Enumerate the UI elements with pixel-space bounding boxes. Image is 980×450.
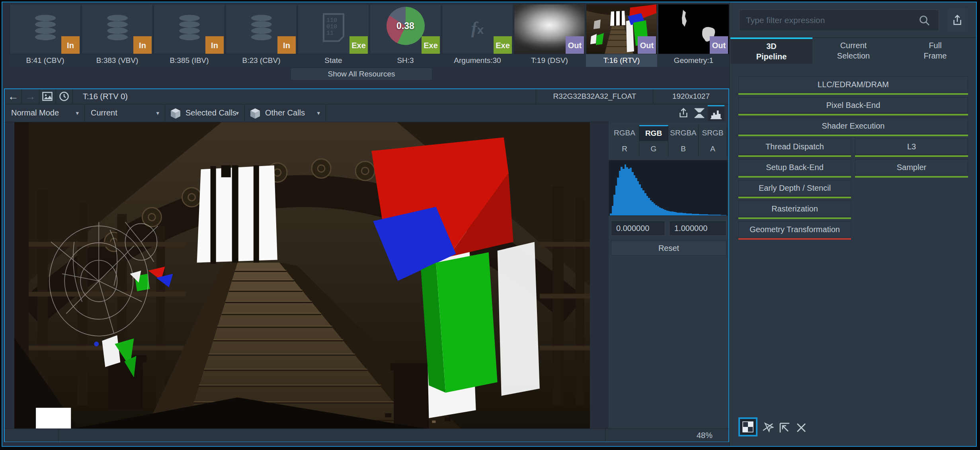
buffer-dropdown-value: Current	[91, 104, 117, 121]
pipeline-status-underline	[738, 155, 851, 157]
other-calls-dropdown[interactable]: Other Calls ▾	[244, 104, 326, 121]
channel-tab-r[interactable]: R	[610, 141, 639, 157]
pipeline-block-geometry-transformation[interactable]: Geometry Transformation	[738, 221, 851, 237]
filter-input[interactable]	[739, 10, 939, 31]
hourglass-icon	[693, 107, 705, 119]
render-target-image	[14, 122, 590, 428]
buffer-dropdown[interactable]: Current ▾	[84, 104, 165, 121]
mode-dropdown[interactable]: Normal Mode ▾	[5, 104, 85, 121]
output-badge: Out	[566, 36, 584, 54]
image-icon	[42, 92, 53, 101]
tab-label-line2: Selection	[812, 51, 894, 61]
selected-calls-dropdown[interactable]: Selected Calls ▾	[165, 104, 245, 121]
depth-buffer-thumbnail: Out	[514, 4, 585, 54]
pipeline-block-l3[interactable]: L3	[855, 139, 968, 155]
viewport-resource-label: T:16 (RTV 0)	[83, 89, 128, 104]
render-target-view[interactable]	[14, 122, 590, 428]
resource-tile-t16-rtv[interactable]: Out T:16 (RTV)	[586, 4, 657, 67]
pipeline-block-pixel-back-end[interactable]: Pixel Back-End	[738, 97, 968, 113]
histogram-icon	[710, 108, 722, 119]
resource-tile-sh3[interactable]: 0.38 Exe SH:3	[370, 4, 441, 67]
pipeline-status-underline	[738, 197, 851, 198]
database-icon	[246, 12, 277, 43]
range-max-input[interactable]	[669, 221, 726, 236]
search-icon[interactable]	[918, 14, 930, 26]
pipeline-status-underline	[855, 176, 968, 178]
resource-tile-b41[interactable]: In B:41 (CBV)	[10, 4, 81, 67]
flip-compare-button[interactable]	[692, 105, 707, 121]
forward-button[interactable]: →	[21, 89, 39, 104]
format-tab-rgb[interactable]: RGB	[639, 125, 668, 141]
other-calls-value: Other Calls	[265, 104, 305, 121]
pipeline-block-setup-back-end[interactable]: Setup Back-End	[738, 159, 851, 175]
database-icon	[102, 12, 133, 43]
fx-icon: fx	[471, 18, 484, 38]
resource-tile-arguments[interactable]: fx Exe Arguments:30	[442, 4, 513, 67]
channel-tab-a[interactable]: A	[699, 141, 727, 157]
disable-selection-button[interactable]	[760, 419, 776, 436]
image-view-button[interactable]	[39, 89, 56, 104]
resource-tile-t19-dsv[interactable]: Out T:19 (DSV)	[514, 4, 585, 67]
export-icon	[951, 14, 963, 27]
tab-current-selection[interactable]: Current Selection	[812, 37, 894, 64]
geometry-thumbnail: Out	[658, 4, 729, 54]
checkerboard-icon	[742, 421, 754, 432]
input-badge: In	[61, 36, 80, 54]
status-divider	[58, 429, 59, 442]
resource-tile-b23[interactable]: In B:23 (CBV)	[226, 4, 297, 67]
pipeline-block-rasterization[interactable]: Rasterization	[738, 201, 851, 217]
tab-label-line2: Pipeline	[730, 52, 812, 61]
resource-tile-b383[interactable]: In B:383 (VBV)	[82, 4, 153, 67]
pipeline-status-underline	[738, 93, 968, 95]
chevron-down-icon: ▾	[76, 104, 79, 121]
history-button[interactable]	[56, 89, 73, 104]
render-target-thumbnail: Out	[586, 4, 657, 54]
format-tab-srgba[interactable]: SRGBA	[668, 125, 699, 141]
resource-tile-b385[interactable]: In B:385 (IBV)	[154, 4, 225, 67]
histogram-toggle-button[interactable]	[708, 105, 724, 121]
tab-full-frame[interactable]: Full Frame	[894, 37, 976, 64]
resource-tile-state[interactable]: 11001011 Exe State	[298, 4, 369, 67]
svg-text:010: 010	[326, 23, 337, 30]
pipeline-block-llc-edram-dram[interactable]: LLC/EDRAM/DRAM	[738, 76, 968, 92]
histogram-panel: RGBA RGB SRGBA SRGB R G B A Reset	[609, 122, 728, 428]
histogram-chart[interactable]	[609, 160, 728, 216]
select-parent-button[interactable]	[777, 419, 793, 436]
pipeline-block-thread-dispatch[interactable]: Thread Dispatch	[738, 139, 851, 155]
range-min-input[interactable]	[611, 221, 665, 236]
back-button[interactable]: ←	[5, 89, 22, 104]
channel-tab-b[interactable]: B	[668, 141, 699, 157]
chevron-down-icon: ▾	[236, 104, 239, 121]
pipeline-block-early-depth-stencil[interactable]: Early Depth / Stencil	[738, 180, 851, 196]
resource-label-selected: T:16 (RTV)	[586, 54, 657, 67]
export-image-button[interactable]	[676, 105, 691, 121]
resource-label: Geometry:1	[658, 54, 729, 67]
input-badge: In	[277, 36, 296, 54]
resource-label: SH:3	[370, 54, 441, 67]
execute-badge: Exe	[349, 36, 368, 54]
pipeline-block-shader-execution[interactable]: Shader Execution	[738, 118, 968, 134]
input-badge: In	[133, 36, 152, 54]
tab-3d-pipeline[interactable]: 3D Pipeline	[730, 37, 812, 64]
format-tab-rgba[interactable]: RGBA	[610, 125, 639, 141]
tab-label-line1: Full	[894, 41, 976, 50]
channel-tab-g[interactable]: G	[639, 141, 668, 157]
cube-icon	[250, 108, 260, 119]
svg-text:11: 11	[326, 30, 334, 37]
buffer-thumbnail: In	[154, 4, 225, 54]
pipeline-status-underline	[738, 238, 851, 240]
database-icon	[174, 12, 205, 43]
checkerboard-toggle-button[interactable]	[738, 417, 757, 436]
resource-tile-geometry[interactable]: Out Geometry:1	[658, 4, 729, 67]
show-all-resources-button[interactable]: Show All Resources	[291, 68, 432, 80]
chevron-down-icon: ▾	[317, 104, 320, 121]
resource-label: B:41 (CBV)	[10, 54, 81, 67]
format-tab-srgb[interactable]: SRGB	[699, 125, 727, 141]
clear-selection-button[interactable]	[793, 419, 809, 436]
pipeline-block-sampler[interactable]: Sampler	[855, 159, 968, 175]
resource-label: T:19 (DSV)	[514, 54, 585, 67]
buffer-thumbnail: In	[226, 4, 297, 54]
export-metrics-button[interactable]	[947, 9, 968, 32]
reset-button[interactable]: Reset	[611, 241, 726, 256]
database-icon	[30, 12, 61, 43]
